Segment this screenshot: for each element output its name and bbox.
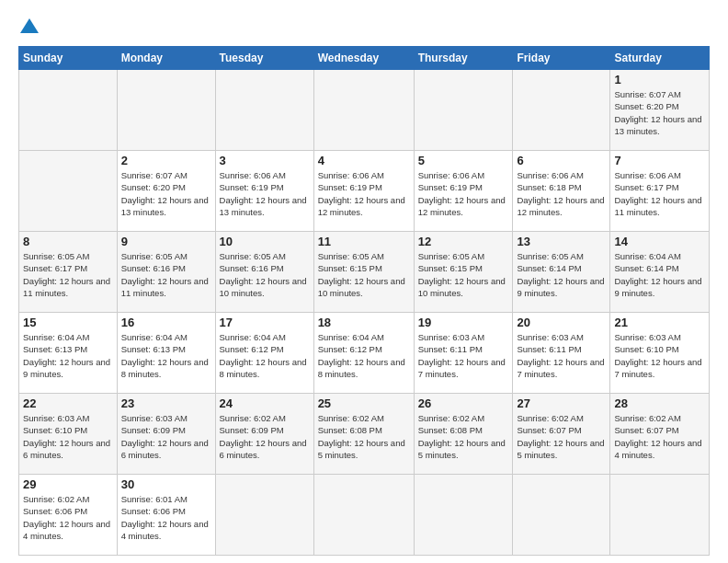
calendar-cell: 7 Sunrise: 6:06 AM Sunset: 6:17 PM Dayli…: [610, 151, 710, 232]
day-number: 12: [418, 235, 509, 248]
calendar-cell: 17 Sunrise: 6:04 AM Sunset: 6:12 PM Dayl…: [215, 313, 313, 394]
day-info: Sunrise: 6:05 AM Sunset: 6:14 PM Dayligh…: [517, 250, 606, 299]
calendar-cell: [313, 70, 414, 151]
calendar-cell: [513, 70, 610, 151]
calendar-cell: 30 Sunrise: 6:01 AM Sunset: 6:06 PM Dayl…: [117, 475, 215, 556]
calendar-cell: [610, 475, 710, 556]
day-info: Sunrise: 6:04 AM Sunset: 6:12 PM Dayligh…: [318, 331, 410, 380]
day-number: 19: [418, 316, 509, 329]
day-number: 7: [614, 154, 705, 167]
day-info: Sunrise: 6:05 AM Sunset: 6:16 PM Dayligh…: [121, 250, 211, 299]
day-of-week-header: Tuesday: [215, 47, 313, 70]
calendar-cell: 27 Sunrise: 6:02 AM Sunset: 6:07 PM Dayl…: [513, 394, 610, 475]
day-number: 26: [418, 396, 509, 410]
calendar-cell: 21 Sunrise: 6:03 AM Sunset: 6:10 PM Dayl…: [610, 313, 710, 394]
day-number: 20: [517, 316, 606, 329]
day-number: 14: [614, 235, 705, 248]
day-info: Sunrise: 6:04 AM Sunset: 6:13 PM Dayligh…: [121, 331, 211, 380]
day-number: 9: [121, 235, 211, 248]
day-number: 16: [121, 316, 211, 329]
day-number: 23: [121, 396, 211, 410]
day-info: Sunrise: 6:03 AM Sunset: 6:11 PM Dayligh…: [517, 331, 606, 380]
day-of-week-header: Saturday: [610, 47, 710, 70]
day-info: Sunrise: 6:03 AM Sunset: 6:10 PM Dayligh…: [23, 412, 113, 461]
day-number: 11: [318, 235, 410, 248]
calendar-cell: 25 Sunrise: 6:02 AM Sunset: 6:08 PM Dayl…: [313, 394, 414, 475]
day-number: 6: [517, 154, 606, 167]
day-info: Sunrise: 6:02 AM Sunset: 6:09 PM Dayligh…: [220, 412, 310, 461]
day-info: Sunrise: 6:06 AM Sunset: 6:18 PM Dayligh…: [517, 169, 606, 218]
day-info: Sunrise: 6:06 AM Sunset: 6:17 PM Dayligh…: [614, 169, 705, 218]
calendar-cell: 2 Sunrise: 6:07 AM Sunset: 6:20 PM Dayli…: [117, 151, 215, 232]
day-info: Sunrise: 6:03 AM Sunset: 6:09 PM Dayligh…: [121, 412, 211, 461]
calendar-cell: 6 Sunrise: 6:06 AM Sunset: 6:18 PM Dayli…: [513, 151, 610, 232]
day-number: 3: [220, 154, 310, 167]
calendar-cell: 22 Sunrise: 6:03 AM Sunset: 6:10 PM Dayl…: [19, 394, 118, 475]
calendar-cell: 1 Sunrise: 6:07 AM Sunset: 6:20 PM Dayli…: [610, 70, 710, 151]
day-number: 8: [23, 235, 113, 248]
day-number: 24: [220, 396, 310, 410]
calendar-cell: 3 Sunrise: 6:06 AM Sunset: 6:19 PM Dayli…: [215, 151, 313, 232]
day-info: Sunrise: 6:02 AM Sunset: 6:06 PM Dayligh…: [23, 493, 113, 542]
calendar-cell: [215, 70, 313, 151]
calendar-cell: 13 Sunrise: 6:05 AM Sunset: 6:14 PM Dayl…: [513, 232, 610, 313]
calendar-cell: 29 Sunrise: 6:02 AM Sunset: 6:06 PM Dayl…: [19, 475, 118, 556]
day-number: 29: [23, 477, 113, 491]
day-number: 28: [614, 396, 705, 410]
day-info: Sunrise: 6:02 AM Sunset: 6:08 PM Dayligh…: [418, 412, 509, 461]
day-of-week-header: Sunday: [19, 47, 118, 70]
day-number: 15: [23, 316, 113, 329]
day-number: 25: [318, 396, 410, 410]
day-number: 5: [418, 154, 509, 167]
day-info: Sunrise: 6:05 AM Sunset: 6:15 PM Dayligh…: [418, 250, 509, 299]
calendar-cell: 18 Sunrise: 6:04 AM Sunset: 6:12 PM Dayl…: [313, 313, 414, 394]
day-info: Sunrise: 6:06 AM Sunset: 6:19 PM Dayligh…: [418, 169, 509, 218]
day-info: Sunrise: 6:04 AM Sunset: 6:13 PM Dayligh…: [23, 331, 113, 380]
calendar-cell: 19 Sunrise: 6:03 AM Sunset: 6:11 PM Dayl…: [414, 313, 513, 394]
day-info: Sunrise: 6:06 AM Sunset: 6:19 PM Dayligh…: [318, 169, 410, 218]
calendar-cell: [19, 70, 118, 151]
day-info: Sunrise: 6:07 AM Sunset: 6:20 PM Dayligh…: [614, 88, 705, 137]
day-number: 4: [318, 154, 410, 167]
day-number: 17: [220, 316, 310, 329]
day-of-week-header: Wednesday: [313, 47, 414, 70]
calendar-cell: 24 Sunrise: 6:02 AM Sunset: 6:09 PM Dayl…: [215, 394, 313, 475]
calendar-cell: 26 Sunrise: 6:02 AM Sunset: 6:08 PM Dayl…: [414, 394, 513, 475]
calendar-cell: 11 Sunrise: 6:05 AM Sunset: 6:15 PM Dayl…: [313, 232, 414, 313]
calendar-cell: [313, 475, 414, 556]
svg-marker-0: [20, 18, 39, 33]
calendar-cell: 16 Sunrise: 6:04 AM Sunset: 6:13 PM Dayl…: [117, 313, 215, 394]
calendar-cell: [117, 70, 215, 151]
day-number: 21: [614, 316, 705, 329]
day-number: 22: [23, 396, 113, 410]
calendar-cell: 20 Sunrise: 6:03 AM Sunset: 6:11 PM Dayl…: [513, 313, 610, 394]
day-number: 10: [220, 235, 310, 248]
day-info: Sunrise: 6:04 AM Sunset: 6:12 PM Dayligh…: [220, 331, 310, 380]
calendar-cell: [215, 475, 313, 556]
day-info: Sunrise: 6:04 AM Sunset: 6:14 PM Dayligh…: [614, 250, 705, 299]
day-number: 1: [614, 73, 705, 86]
calendar-cell: 9 Sunrise: 6:05 AM Sunset: 6:16 PM Dayli…: [117, 232, 215, 313]
calendar-cell: 4 Sunrise: 6:06 AM Sunset: 6:19 PM Dayli…: [313, 151, 414, 232]
day-info: Sunrise: 6:02 AM Sunset: 6:08 PM Dayligh…: [318, 412, 410, 461]
day-info: Sunrise: 6:03 AM Sunset: 6:10 PM Dayligh…: [614, 331, 705, 380]
day-number: 27: [517, 396, 606, 410]
day-of-week-header: Friday: [513, 47, 610, 70]
calendar-cell: 15 Sunrise: 6:04 AM Sunset: 6:13 PM Dayl…: [19, 313, 118, 394]
calendar-cell: [414, 70, 513, 151]
day-info: Sunrise: 6:02 AM Sunset: 6:07 PM Dayligh…: [614, 412, 705, 461]
day-info: Sunrise: 6:03 AM Sunset: 6:11 PM Dayligh…: [418, 331, 509, 380]
day-info: Sunrise: 6:05 AM Sunset: 6:15 PM Dayligh…: [318, 250, 410, 299]
day-number: 18: [318, 316, 410, 329]
day-info: Sunrise: 6:05 AM Sunset: 6:17 PM Dayligh…: [23, 250, 113, 299]
day-number: 2: [121, 154, 211, 167]
calendar-table: SundayMondayTuesdayWednesdayThursdayFrid…: [18, 46, 710, 556]
calendar-cell: 12 Sunrise: 6:05 AM Sunset: 6:15 PM Dayl…: [414, 232, 513, 313]
calendar-cell: [414, 475, 513, 556]
calendar-cell: 14 Sunrise: 6:04 AM Sunset: 6:14 PM Dayl…: [610, 232, 710, 313]
day-of-week-header: Monday: [117, 47, 215, 70]
day-of-week-header: Thursday: [414, 47, 513, 70]
calendar-cell: [513, 475, 610, 556]
day-info: Sunrise: 6:01 AM Sunset: 6:06 PM Dayligh…: [121, 493, 211, 542]
calendar-cell: 28 Sunrise: 6:02 AM Sunset: 6:07 PM Dayl…: [610, 394, 710, 475]
